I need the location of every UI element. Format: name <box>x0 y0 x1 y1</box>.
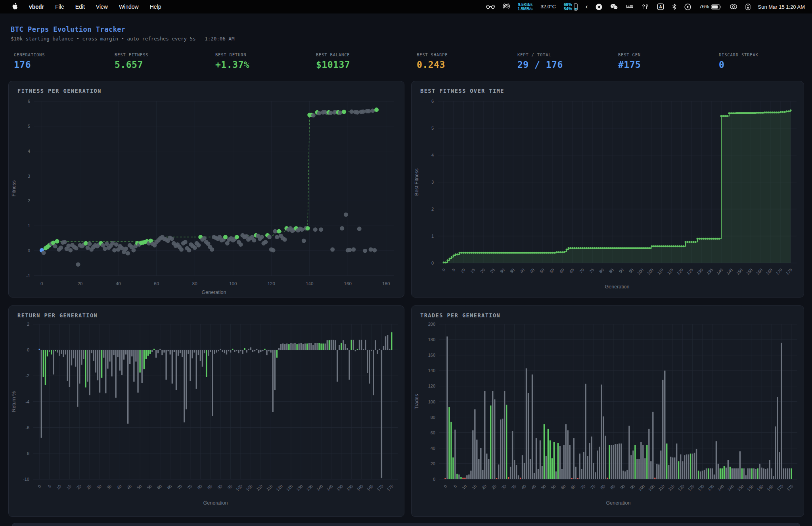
svg-text:130: 130 <box>697 484 705 492</box>
svg-text:90: 90 <box>216 484 223 490</box>
svg-text:6: 6 <box>28 99 30 104</box>
svg-text:35: 35 <box>106 484 113 490</box>
usage-indicator[interactable]: 68% 54% <box>561 0 580 13</box>
svg-text:105: 105 <box>647 484 655 492</box>
svg-text:30: 30 <box>96 484 102 490</box>
net-up-label: 9.5KB/s <box>518 2 533 7</box>
stat-value: 0 <box>719 60 812 70</box>
dock-strip[interactable] <box>12 523 800 526</box>
svg-text:100: 100 <box>428 399 435 404</box>
svg-text:55: 55 <box>550 484 557 490</box>
svg-text:155: 155 <box>346 484 354 492</box>
svg-text:A: A <box>659 4 663 9</box>
bed-icon[interactable] <box>624 0 636 13</box>
svg-text:110: 110 <box>657 484 665 491</box>
svg-text:85: 85 <box>206 484 213 490</box>
svg-text:170: 170 <box>776 484 784 492</box>
vertical-battery-icon <box>574 3 578 11</box>
svg-text:85: 85 <box>609 484 616 490</box>
svg-text:0: 0 <box>433 477 435 482</box>
svg-text:4: 4 <box>28 149 30 154</box>
collapse-chevron-icon[interactable]: ‹ <box>583 0 590 13</box>
stat-discard-streak: DISCARD STREAK 0 <box>719 52 812 70</box>
svg-text:25: 25 <box>489 267 496 274</box>
svg-text:105: 105 <box>245 484 253 492</box>
svg-text:85: 85 <box>608 267 615 274</box>
app-menu-vbcdr[interactable]: vbcdr <box>23 0 50 13</box>
svg-text:0: 0 <box>443 484 448 489</box>
svg-text:145: 145 <box>726 267 734 276</box>
bluetooth-icon[interactable] <box>670 0 679 13</box>
airdrop-icon[interactable] <box>500 0 512 13</box>
svg-text:140: 140 <box>306 281 313 286</box>
svg-text:70: 70 <box>580 484 586 490</box>
page-subtitle: $10k starting balance • cross-margin • a… <box>11 36 234 42</box>
svg-text:145: 145 <box>326 484 334 492</box>
svg-text:15: 15 <box>65 484 72 490</box>
svg-text:-6: -6 <box>25 425 29 430</box>
svg-text:4: 4 <box>431 153 434 157</box>
svg-text:40: 40 <box>520 484 527 490</box>
svg-text:130: 130 <box>696 267 704 276</box>
svg-text:40: 40 <box>431 446 435 451</box>
stat-value: 5.657 <box>115 60 214 70</box>
svg-text:0: 0 <box>431 261 434 265</box>
stat-value: +1.37% <box>215 60 314 70</box>
menu-item-window[interactable]: Window <box>113 0 144 13</box>
svg-text:135: 135 <box>305 484 314 492</box>
menu-bar: vbcdr File Edit View Window Help 9.5KB/s… <box>0 0 812 13</box>
svg-text:Trades: Trades <box>414 394 419 409</box>
trades-bar-chart: 0204060801001201401601802000510152025303… <box>412 306 804 517</box>
svg-text:160: 160 <box>428 353 435 357</box>
svg-text:175: 175 <box>786 484 794 492</box>
svg-text:90: 90 <box>618 267 625 274</box>
stat-value: $10137 <box>316 60 415 70</box>
stat-best-balance: BEST BALANCE $10137 <box>316 52 415 70</box>
svg-text:-1: -1 <box>26 273 30 278</box>
svg-text:Generation: Generation <box>606 500 631 506</box>
fitness-per-generation-panel: FITNESS PER GENERATION -1012345602040608… <box>8 81 404 298</box>
telegram-icon[interactable] <box>593 0 605 13</box>
menu-item-view[interactable]: View <box>90 0 113 13</box>
airpods-icon[interactable] <box>639 0 651 13</box>
menu-item-edit[interactable]: Edit <box>70 0 90 13</box>
svg-text:5: 5 <box>47 484 52 489</box>
svg-text:Generation: Generation <box>203 500 228 506</box>
network-speed-indicator[interactable]: 9.5KB/s 1.5MB/s <box>515 0 535 13</box>
svg-text:10: 10 <box>461 484 468 490</box>
svg-text:25: 25 <box>490 484 497 490</box>
svg-text:65: 65 <box>166 484 173 490</box>
svg-text:95: 95 <box>629 484 636 490</box>
svg-text:80: 80 <box>196 484 203 490</box>
svg-text:150: 150 <box>735 267 744 276</box>
svg-text:40: 40 <box>116 484 123 490</box>
fitness-scatter-chart: -10123456020406080100120140160180Generat… <box>9 81 405 298</box>
svg-text:125: 125 <box>687 484 695 492</box>
now-playing-icon[interactable] <box>682 0 693 13</box>
wechat-icon[interactable] <box>608 0 620 13</box>
menu-item-file[interactable]: File <box>50 0 70 13</box>
svg-text:-4: -4 <box>25 399 29 404</box>
temperature-indicator[interactable]: 32.0°C <box>538 0 558 13</box>
svg-text:125: 125 <box>285 484 293 492</box>
svg-text:140: 140 <box>316 484 324 492</box>
glasses-icon[interactable] <box>484 0 497 13</box>
menu-item-help[interactable]: Help <box>144 0 167 13</box>
page-title: BTC Perps Evolution Tracker <box>11 25 126 33</box>
svg-text:150: 150 <box>335 484 344 492</box>
menu-bar-clock[interactable]: Sun Mar 15 1:20 AM <box>756 0 807 13</box>
svg-text:120: 120 <box>677 484 685 492</box>
apple-menu[interactable] <box>6 0 23 13</box>
handoff-rings-icon[interactable] <box>727 0 740 13</box>
stat-best-return: BEST RETURN +1.37% <box>215 52 314 70</box>
return-per-generation-panel: RETURN PER GENERATION -10-8-6-4-20205101… <box>8 305 404 517</box>
stat-label: KEPT / TOTAL <box>517 52 617 57</box>
svg-text:3: 3 <box>431 180 434 184</box>
svg-text:55: 55 <box>146 484 153 490</box>
input-source-icon[interactable]: A <box>655 0 666 13</box>
svg-text:120: 120 <box>428 384 435 388</box>
display-device-icon[interactable] <box>743 0 753 13</box>
svg-text:-2: -2 <box>25 373 29 378</box>
svg-text:80: 80 <box>431 415 435 420</box>
battery-indicator[interactable]: 76% <box>697 0 724 13</box>
